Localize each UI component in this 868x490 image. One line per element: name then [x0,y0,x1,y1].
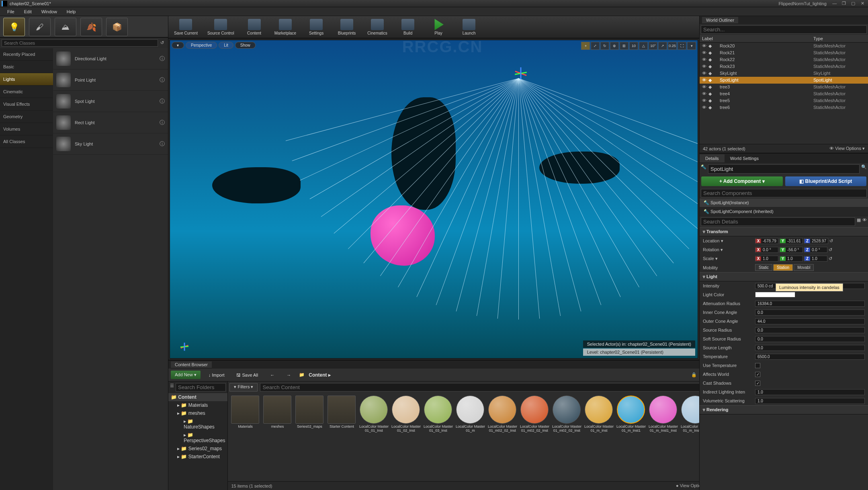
tree-node[interactable]: ▸ 📁 Series02_maps [168,445,227,453]
outliner-row[interactable]: 👁◆Rock23StaticMeshActor [700,63,868,70]
info-icon[interactable]: ⓘ [160,55,165,62]
checkbox[interactable] [755,381,760,386]
mobility-static[interactable]: Static [755,264,772,271]
tree-node[interactable]: ▸ 📁 StarterContent [168,453,227,461]
viewport[interactable]: ▾PerspectiveLitShow ⌖⤢↻⊕⊞10△10°↗0.25⛶▾ [170,40,698,359]
outliner-label-header[interactable]: Label [702,36,813,41]
asset-mat[interactable]: LocalColor Master01_m_Inst [584,396,614,433]
visibility-icon[interactable]: 👁 [702,91,708,96]
path-picker-icon[interactable]: ☰ [170,383,174,392]
outliner-row[interactable]: 👁◆tree3StaticMeshActor [700,84,868,90]
browse-icon[interactable]: 🔍 [861,164,867,174]
add-component-button[interactable]: + Add Component ▾ [701,176,783,186]
outliner-row[interactable]: 👁◆SkyLightSkyLight [700,70,868,77]
details-search-input[interactable] [701,217,855,226]
place-mode-button[interactable]: 💡 [3,18,25,36]
component-row[interactable]: 🔦 SpotLight(Instance) [700,199,868,207]
asset-mat[interactable]: LocalColor Master01_m_Inst1_Inst [648,396,678,433]
reset-icon[interactable]: ↺ [829,247,832,252]
placer-cat-volumes[interactable]: Volumes [0,123,53,135]
geometry-mode-button[interactable]: 📦 [106,18,128,36]
placer-cat-cinematic[interactable]: Cinematic [0,86,53,98]
breadcrumb[interactable]: Content ▸ [309,372,331,378]
checkbox[interactable] [755,363,760,368]
tree-node[interactable]: ▸ 📁 Materials [168,401,227,409]
play-button[interactable]: Play [426,18,451,36]
visibility-icon[interactable]: 👁 [702,105,708,110]
history-fwd-button[interactable]: → [283,371,295,379]
visibility-icon[interactable]: 👁 [702,64,708,69]
launch-button[interactable]: Launch [456,18,482,36]
asset-folder[interactable]: Series02_maps [295,396,324,429]
placer-cat-lights[interactable]: Lights [0,73,53,86]
asset-mat[interactable]: LocalColor Master01_m02_02_Inst [487,396,517,433]
mobility-station[interactable]: Station [773,264,793,271]
viewport-tool-button[interactable]: ⤢ [591,42,600,50]
outliner-row[interactable]: 👁◆SpotLightSpotLight [700,77,868,84]
asset-folder[interactable]: Starter Content [327,396,356,429]
close-button[interactable]: ✕ [858,1,866,6]
outliner-row[interactable]: 👁◆Rock21StaticMeshActor [700,49,868,56]
viewport-tool-button[interactable]: ⛶ [678,42,686,50]
component-row[interactable]: 🔦 SpotLightComponent (Inherited) [700,207,868,216]
viewport-tool-button[interactable]: ▾ [687,42,696,50]
visibility-icon[interactable]: 👁 [702,43,708,49]
placer-item[interactable]: Point Lightⓘ [53,70,168,91]
visibility-icon[interactable]: 👁 [702,57,708,62]
number-input[interactable]: 0.0 [755,336,865,342]
placer-cat-geometry[interactable]: Geometry [0,111,53,123]
maximize-button[interactable]: ▢ [849,1,857,6]
asset-mat[interactable]: LocalColor Master01_02_Inst [391,396,421,433]
world-settings-tab[interactable]: World Settings [725,154,764,162]
transform-gizmo[interactable] [508,66,524,82]
folder-icon[interactable]: 📁 [299,372,305,377]
mobility-movabl[interactable]: Movabl [794,264,814,271]
checkbox[interactable] [755,372,760,377]
asset-mat[interactable]: LocalColor Master01_m [455,396,485,433]
number-input[interactable]: 0.0 [755,345,865,351]
placer-item[interactable]: Spot Lightⓘ [53,91,168,112]
viewport-pill[interactable]: ▾ [172,42,184,49]
property-matrix-icon[interactable]: ▦ [857,217,861,226]
save-current-button[interactable]: Save Current [172,18,200,36]
placer-item[interactable]: Rect Lightⓘ [53,112,168,133]
number-input[interactable]: 1.0 [755,389,865,395]
rendering-header[interactable]: ▿ Rendering [700,405,868,414]
visibility-icon[interactable]: 👁 [702,78,708,83]
number-input[interactable]: 6500.0 [755,354,865,360]
outliner-row[interactable]: 👁◆tree6StaticMeshActor [700,104,868,111]
blueprint-button[interactable]: ◧ Blueprint/Add Script [785,176,867,186]
placer-item[interactable]: Directional Lightⓘ [53,48,168,70]
info-icon[interactable]: ⓘ [160,98,165,105]
blueprints-button[interactable]: Blueprints [334,18,360,36]
placer-cat-visual-effects[interactable]: Visual Effects [0,98,53,111]
asset-mat[interactable]: LocalColor Master01_m02_02_Inst [520,396,549,433]
reset-icon[interactable]: ↺ [829,256,832,261]
viewport-tool-button[interactable]: △ [639,42,648,50]
menu-file[interactable]: File [2,8,19,15]
landscape-mode-button[interactable]: ⛰ [55,18,76,36]
info-icon[interactable]: ⓘ [160,119,165,126]
placer-cat-all-classes[interactable]: All Classes [0,135,53,148]
tree-node[interactable]: 📁 Content [168,393,227,401]
menu-help[interactable]: Help [62,8,81,15]
foliage-mode-button[interactable]: 🍂 [80,18,102,36]
light-header[interactable]: ▿ Light [700,272,868,281]
asset-search-input[interactable] [260,383,711,392]
asset-mat[interactable]: LocalColor Master01_03_Inst [423,396,453,433]
visibility-icon[interactable]: 👁 [702,84,708,90]
number-input[interactable]: 44.0 [755,318,865,324]
source-control-button[interactable]: Source Control [205,18,237,36]
add-new-button[interactable]: Add New ▾ [171,371,201,379]
outliner-view-options[interactable]: 👁 View Options ▾ [829,146,865,151]
settings-button[interactable]: Settings [303,18,329,36]
history-back-button[interactable]: ← [266,371,278,379]
placer-cat-recently-placed[interactable]: Recently Placed [0,48,53,61]
tree-node[interactable]: ▸ 📁 meshes [168,409,227,417]
outliner-row[interactable]: 👁◆Rock20StaticMeshActor [700,43,868,49]
build-button[interactable]: Build [395,18,421,36]
number-input[interactable]: 500.0 cdLuminous intensity in candelas [755,283,865,289]
number-input[interactable]: 1.0 [755,398,865,404]
transform-header[interactable]: ▿ Transform [700,227,868,236]
content-button[interactable]: Content [242,18,267,36]
